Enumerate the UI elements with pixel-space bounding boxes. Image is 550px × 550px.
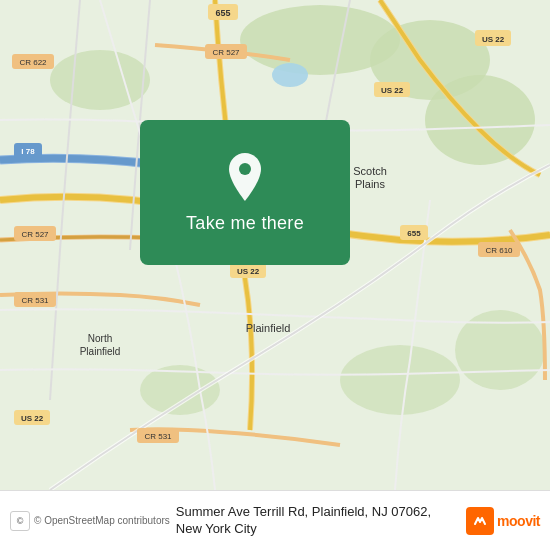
take-me-there-button[interactable]: Take me there (140, 120, 350, 265)
svg-text:US 22: US 22 (237, 267, 260, 276)
svg-point-40 (239, 163, 251, 175)
svg-text:I 78: I 78 (21, 147, 35, 156)
address-text: Summer Ave Terrill Rd, Plainfield, NJ 07… (176, 504, 458, 538)
take-me-there-label: Take me there (186, 213, 304, 234)
svg-text:Plainfield: Plainfield (80, 346, 121, 357)
svg-text:Plains: Plains (355, 178, 385, 190)
osm-text: © OpenStreetMap contributors (34, 515, 170, 526)
svg-text:US 22: US 22 (21, 414, 44, 423)
location-pin-icon (223, 151, 267, 203)
svg-text:CR 622: CR 622 (19, 58, 47, 67)
svg-text:US 22: US 22 (482, 35, 505, 44)
svg-point-6 (340, 345, 460, 415)
svg-text:655: 655 (407, 229, 421, 238)
bottom-bar: © © OpenStreetMap contributors Summer Av… (0, 490, 550, 550)
svg-text:CR 531: CR 531 (144, 432, 172, 441)
osm-icon: © (10, 511, 30, 531)
svg-text:US 22: US 22 (381, 86, 404, 95)
openstreetmap-attribution: © © OpenStreetMap contributors (10, 511, 170, 531)
svg-point-8 (272, 63, 308, 87)
moovit-icon (466, 507, 494, 535)
map-container: 655 US 22 CR 622 CR 527 US 22 I 78 Scotc… (0, 0, 550, 490)
svg-text:655: 655 (215, 8, 230, 18)
svg-text:CR 610: CR 610 (485, 246, 513, 255)
svg-text:CR 531: CR 531 (21, 296, 49, 305)
svg-text:Scotch: Scotch (353, 165, 387, 177)
svg-text:CR 527: CR 527 (212, 48, 240, 57)
moovit-logo: moovit (466, 507, 540, 535)
svg-text:Plainfield: Plainfield (246, 322, 291, 334)
svg-text:CR 527: CR 527 (21, 230, 49, 239)
svg-point-4 (50, 50, 150, 110)
svg-text:North: North (88, 333, 112, 344)
moovit-text: moovit (497, 513, 540, 529)
